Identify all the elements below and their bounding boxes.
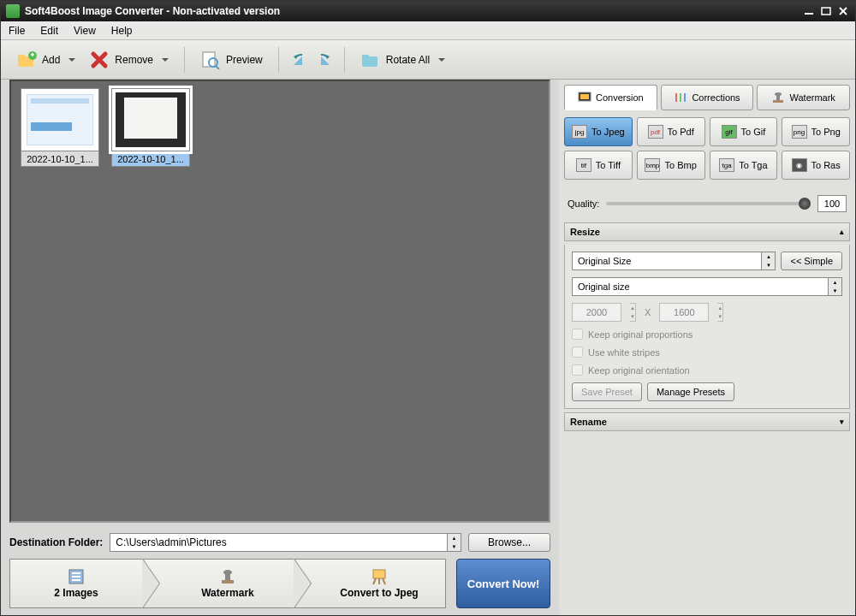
app-icon [6,4,20,18]
tab-watermark[interactable]: Watermark [757,85,850,110]
tabs-row: Conversion Corrections Watermark [564,85,850,110]
width-input[interactable] [572,303,621,322]
convert-now-button[interactable]: Convert Now! [456,559,550,608]
monitor-icon [578,92,591,104]
manage-presets-button[interactable]: Manage Presets [647,382,734,401]
format-pdf-button[interactable]: pdfTo Pdf [637,117,705,146]
app-window: Soft4Boost Image Converter - Non-activat… [0,0,856,616]
bmp-icon: bmp [645,158,660,172]
browse-button[interactable]: Browse... [468,533,550,552]
combo-spin[interactable]: ▲▼ [829,277,842,296]
window-title: Soft4Boost Image Converter - Non-activat… [25,5,799,17]
preview-label: Preview [226,54,263,66]
remove-icon [89,50,110,70]
svg-point-24 [223,570,232,575]
menu-view[interactable]: View [66,23,104,38]
left-column: 2022-10-10_1... 2022-10-10_1... Destinat… [1,80,559,615]
thumbnail-label: 2022-10-10_1... [111,151,190,167]
menu-file[interactable]: File [1,23,33,38]
quality-value[interactable] [817,195,847,212]
close-button[interactable] [836,5,850,17]
resize-panel-header[interactable]: Resize ▴ [564,222,850,241]
step-convert-label: Convert to Jpeg [340,587,418,599]
resize-panel-body: ▲▼ << Simple ▲▼ ▲▼ X ▲▼ Keep original pr… [564,245,850,409]
rotate-left-button[interactable] [288,46,312,74]
add-button[interactable]: Add [9,46,82,74]
step-watermark[interactable]: Watermark [143,559,294,608]
format-png-button[interactable]: pngTo Png [782,117,850,146]
easel-icon [370,568,389,585]
svg-marker-13 [294,55,297,59]
svg-rect-20 [72,576,80,578]
remove-button[interactable]: Remove [82,46,175,74]
step-images[interactable]: 2 Images [9,559,143,608]
format-bmp-button[interactable]: bmpTo Bmp [637,151,705,180]
rename-panel-header[interactable]: Rename ▾ [564,412,850,431]
quality-slider[interactable] [606,202,811,205]
resize-preset-input[interactable] [572,252,762,270]
chevron-down-icon [162,58,169,62]
png-icon: png [792,125,807,139]
rotate-right-button[interactable] [312,46,336,74]
steps-row: 2 Images Watermark Convert to Jpeg Conve… [9,559,550,608]
svg-point-36 [775,92,782,96]
resize-title: Resize [570,227,600,237]
keep-orientation-check[interactable]: Keep original orientation [572,364,842,376]
svg-line-26 [373,578,376,584]
add-label: Add [42,54,60,66]
rotate-right-icon [313,50,334,70]
thumbnail-item[interactable]: 2022-10-10_1... [18,88,102,167]
svg-rect-25 [373,570,385,578]
images-icon [67,568,86,585]
svg-rect-5 [18,55,25,58]
svg-rect-17 [362,55,369,58]
thumbnail-image [111,88,190,151]
height-input[interactable] [659,303,709,322]
stamp-icon [771,92,785,104]
format-ras-button[interactable]: ◉To Ras [782,151,850,180]
preview-button[interactable]: Preview [193,46,270,74]
destination-input[interactable] [110,533,448,552]
thumbnail-area[interactable]: 2022-10-10_1... 2022-10-10_1... [9,80,550,523]
simple-button[interactable]: << Simple [781,252,842,270]
resize-mode-combo[interactable]: ▲▼ [572,277,842,296]
rotate-all-icon [360,50,381,70]
rotate-left-icon [289,50,310,70]
separator [278,47,279,73]
slider-knob[interactable] [799,198,811,210]
quality-row: Quality: [568,195,847,212]
svg-rect-21 [72,579,80,581]
tab-corrections[interactable]: Corrections [661,85,754,110]
save-preset-button[interactable]: Save Preset [572,382,642,401]
svg-rect-1 [822,8,830,15]
thumbnail-item[interactable]: 2022-10-10_1... [109,88,193,167]
rename-title: Rename [570,417,607,427]
separator [184,47,185,73]
destination-history-button[interactable]: ▲▼ [448,533,461,552]
format-gif-button[interactable]: gifTo Gif [710,117,778,146]
width-spin[interactable]: ▲▼ [630,303,636,322]
minimize-button[interactable] [802,5,816,17]
jpeg-icon: jpg [572,125,587,139]
maximize-button[interactable] [819,5,833,17]
chevron-down-icon [438,58,445,62]
menu-help[interactable]: Help [104,23,140,38]
menubar: File Edit View Help [1,21,855,40]
combo-spin[interactable]: ▲▼ [762,252,776,270]
stamp-icon [218,568,237,585]
format-tiff-button[interactable]: tifTo Tiff [564,151,633,180]
thumbnail-label: 2022-10-10_1... [21,151,99,167]
add-icon [16,50,37,70]
ras-icon: ◉ [792,158,807,172]
resize-mode-input[interactable] [572,277,829,296]
format-jpeg-button[interactable]: jpgTo Jpeg [564,117,633,146]
rotate-all-button[interactable]: Rotate All [354,46,452,74]
resize-preset-combo[interactable]: ▲▼ [572,252,776,270]
step-convert-target[interactable]: Convert to Jpeg [294,559,446,608]
tab-conversion[interactable]: Conversion [564,85,657,110]
menu-edit[interactable]: Edit [33,23,66,38]
format-tga-button[interactable]: tgaTo Tga [710,151,778,180]
height-spin[interactable]: ▲▼ [717,303,723,322]
keep-proportions-check[interactable]: Keep original proportions [572,329,842,340]
white-stripes-check[interactable]: Use white stripes [572,346,842,358]
